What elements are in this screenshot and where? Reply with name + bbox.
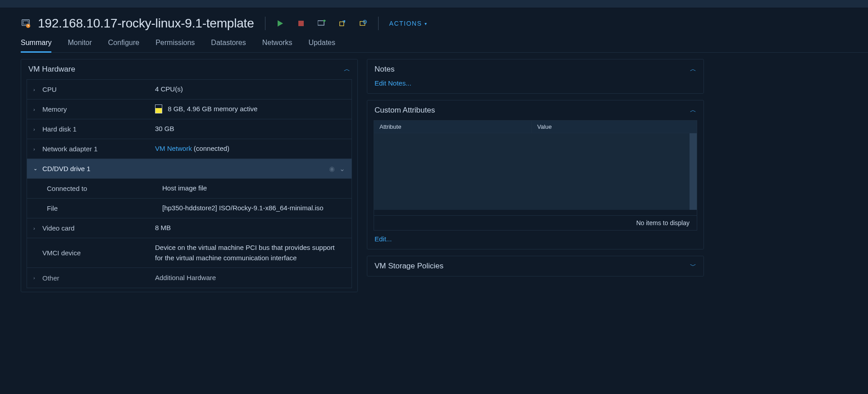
column-header-value[interactable]: Value	[532, 121, 697, 133]
hw-row-memory[interactable]: › Memory 8 GB, 4.96 GB memory active	[27, 100, 352, 119]
tab-bar: Summary Monitor Configure Permissions Da…	[21, 35, 868, 53]
hw-value-network: VM Network (connected)	[155, 144, 345, 154]
notes-card: Notes ︿ Edit Notes...	[367, 59, 704, 94]
vm-template-icon	[21, 18, 31, 28]
hw-row-hard-disk[interactable]: › Hard disk 1 30 GB	[27, 119, 352, 139]
hw-row-network[interactable]: › Network adapter 1 VM Network (connecte…	[27, 139, 352, 159]
hw-value-video: 8 MB	[155, 223, 345, 233]
storage-policies-title: VM Storage Policies	[375, 262, 443, 271]
window-top-strip	[0, 0, 868, 8]
vertical-scrollbar[interactable]	[690, 133, 697, 210]
hw-row-vmci: VMCI device Device on the virtual machin…	[27, 238, 352, 268]
chevron-down-icon[interactable]: ⌄	[339, 165, 345, 173]
network-link[interactable]: VM Network	[155, 145, 192, 152]
storage-policies-card: VM Storage Policies ﹀	[367, 256, 704, 276]
network-status: (connected)	[192, 145, 229, 152]
hw-row-cd-dvd[interactable]: ⌄ CD/DVD drive 1 ◉ ⌄	[27, 159, 352, 179]
svg-rect-3	[298, 21, 304, 26]
hw-label-network: Network adapter 1	[42, 145, 98, 153]
svg-rect-4	[318, 21, 324, 25]
hw-value-file: [hp350-hddstore2] ISO/Rocky-9.1-x86_64-m…	[162, 203, 324, 213]
hw-label-vmci: VMCI device	[42, 249, 81, 257]
vm-hardware-header[interactable]: VM Hardware ︿	[21, 59, 357, 79]
tab-networks[interactable]: Networks	[262, 35, 292, 52]
tab-datastores[interactable]: Datastores	[211, 35, 246, 52]
edit-attributes-link[interactable]: Edit...	[367, 231, 399, 249]
hw-label-memory: Memory	[42, 105, 67, 113]
chevron-up-icon[interactable]: ︿	[690, 65, 696, 73]
hw-row-cpu[interactable]: › CPU 4 CPU(s)	[27, 80, 352, 100]
power-on-icon[interactable]	[276, 19, 284, 27]
vm-hardware-title: VM Hardware	[28, 65, 75, 74]
svg-rect-5	[339, 22, 343, 26]
hw-value-cpu: 4 CPU(s)	[155, 84, 345, 95]
hw-value-other: Additional Hardware	[155, 273, 345, 283]
hw-row-other[interactable]: › Other Additional Hardware	[27, 268, 352, 288]
vm-hardware-table: › CPU 4 CPU(s) › Memory	[27, 79, 352, 288]
divider	[265, 17, 265, 30]
power-off-icon[interactable]	[297, 19, 305, 27]
page-header: 192.168.10.17-rocky-linux-9.1-template A…	[21, 8, 868, 35]
page-title: 192.168.10.17-rocky-linux-9.1-template	[38, 16, 254, 31]
hw-label-connected-to: Connected to	[47, 185, 87, 192]
custom-attributes-title: Custom Attributes	[375, 106, 435, 115]
hw-value-memory-text: 8 GB, 4.96 GB memory active	[168, 105, 257, 113]
column-header-attribute[interactable]: Attribute	[374, 121, 532, 133]
custom-attributes-table: Attribute Value No items to display	[374, 120, 697, 231]
hw-label-hard-disk: Hard disk 1	[42, 125, 77, 133]
hw-label-file: File	[47, 204, 58, 212]
chevron-right-icon[interactable]: ›	[33, 107, 38, 112]
tab-monitor[interactable]: Monitor	[68, 35, 91, 52]
connect-icon[interactable]: ◉	[329, 165, 335, 173]
chevron-up-icon[interactable]: ︿	[344, 65, 350, 73]
hw-row-cd-file: File [hp350-hddstore2] ISO/Rocky-9.1-x86…	[27, 199, 352, 218]
chevron-right-icon[interactable]: ›	[33, 87, 38, 92]
chevron-right-icon[interactable]: ›	[33, 226, 38, 231]
custom-attributes-card: Custom Attributes ︿ Attribute Value No i…	[367, 100, 704, 249]
notes-title: Notes	[375, 65, 394, 74]
divider	[378, 17, 379, 30]
table-body-empty	[374, 133, 697, 210]
chevron-down-icon: ▾	[425, 21, 428, 26]
hw-label-other: Other	[42, 274, 59, 282]
hw-value-connected-to: Host image file	[162, 183, 345, 194]
hw-row-video[interactable]: › Video card 8 MB	[27, 218, 352, 238]
hw-row-cd-connected-to: Connected to Host image file	[27, 179, 352, 199]
hw-label-video: Video card	[42, 224, 74, 232]
storage-policies-header[interactable]: VM Storage Policies ﹀	[367, 256, 704, 276]
hw-label-cpu: CPU	[42, 86, 57, 93]
launch-console-icon[interactable]	[318, 19, 326, 27]
tab-permissions[interactable]: Permissions	[155, 35, 195, 52]
memory-usage-indicator	[155, 104, 162, 113]
table-header-row: Attribute Value	[374, 121, 697, 133]
hw-label-cd-dvd: CD/DVD drive 1	[42, 165, 91, 172]
svg-rect-1	[23, 21, 28, 24]
hw-value-memory: 8 GB, 4.96 GB memory active	[155, 104, 345, 114]
chevron-down-icon[interactable]: ﹀	[690, 262, 696, 270]
custom-attributes-header[interactable]: Custom Attributes ︿	[367, 100, 704, 120]
toolbar	[276, 19, 367, 27]
actions-label: ACTIONS	[389, 20, 422, 27]
hw-value-vmci: Device on the virtual machine PCI bus th…	[155, 243, 335, 263]
table-empty-text: No items to display	[374, 215, 697, 230]
migrate-icon[interactable]	[338, 19, 347, 27]
edit-notes-link[interactable]: Edit Notes...	[367, 79, 419, 93]
chevron-right-icon[interactable]: ›	[33, 146, 38, 152]
vm-hardware-card: VM Hardware ︿ › CPU 4 CPU(s)	[21, 59, 358, 292]
chevron-right-icon[interactable]: ›	[33, 127, 38, 132]
chevron-down-icon[interactable]: ⌄	[33, 166, 38, 172]
notes-header[interactable]: Notes ︿	[367, 59, 704, 79]
tab-updates[interactable]: Updates	[308, 35, 335, 52]
chevron-up-icon[interactable]: ︿	[690, 106, 696, 114]
tab-summary[interactable]: Summary	[21, 35, 51, 52]
chevron-right-icon[interactable]: ›	[33, 275, 38, 281]
hw-value-hard-disk: 30 GB	[155, 124, 345, 134]
svg-point-6	[343, 20, 345, 22]
snapshot-icon[interactable]	[359, 19, 367, 27]
tab-configure[interactable]: Configure	[108, 35, 139, 52]
actions-dropdown[interactable]: ACTIONS ▾	[389, 20, 428, 27]
